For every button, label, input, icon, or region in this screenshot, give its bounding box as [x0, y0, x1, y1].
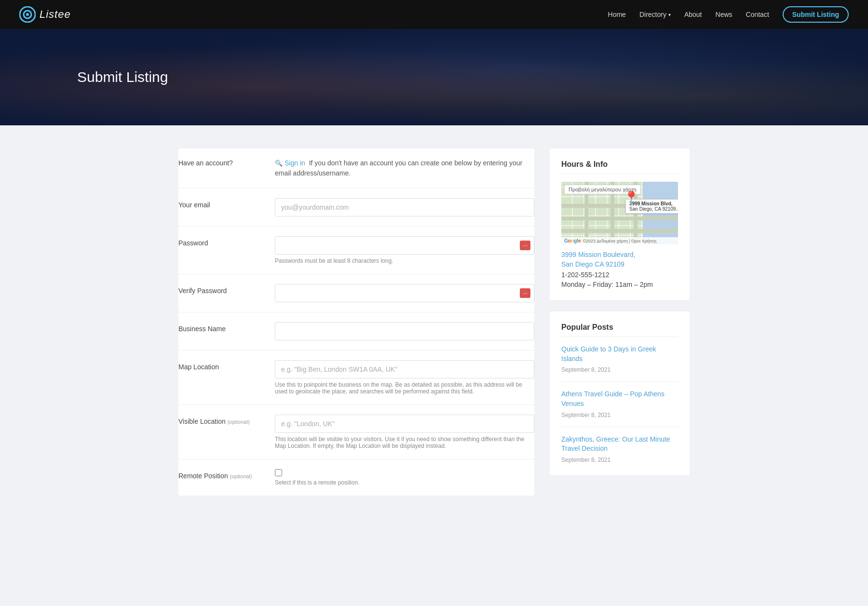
- email-label: Your email: [178, 198, 275, 216]
- map-location-hint: Use this to poinpoint the business on th…: [275, 381, 534, 395]
- brand-icon: [19, 6, 36, 23]
- password-row: Password ··· Passwords must be at least …: [178, 227, 534, 274]
- email-row: Your email: [178, 189, 534, 227]
- hero-section: Submit Listing: [0, 29, 868, 125]
- submit-listing-form: Have an account? 🔍 Sign in If you don't …: [178, 148, 534, 496]
- visible-location-row: Visible Location (optional) This locatio…: [178, 405, 534, 459]
- nav-home[interactable]: Home: [608, 11, 626, 18]
- remote-position-label: Remote Position (optional): [178, 469, 275, 486]
- remote-position-field-col: Select if this is a remote position.: [275, 469, 534, 486]
- business-name-label: Business Name: [178, 322, 275, 340]
- map-location-label: Map Location: [178, 360, 275, 395]
- page-title: Submit Listing: [77, 69, 168, 85]
- post-date-2: September 8, 2021: [561, 457, 610, 463]
- hours-text: Monday – Friday: 11am – 2pm: [561, 281, 678, 288]
- verify-password-toggle-button[interactable]: ···: [520, 288, 530, 298]
- hours-info-card: Hours & Info Προβολή μεγαλύτερου χάρτη 3…: [550, 148, 690, 300]
- popular-posts-title: Popular Posts: [561, 323, 678, 337]
- nav-directory[interactable]: Directory ▾: [639, 11, 671, 18]
- visible-location-hint: This location will be visible to your vi…: [275, 436, 534, 449]
- chevron-down-icon: ▾: [668, 12, 671, 17]
- hours-info-title: Hours & Info: [561, 160, 678, 174]
- post-date-0: September 8, 2021: [561, 366, 610, 373]
- map-marker-icon: 📍: [624, 190, 639, 205]
- business-name-row: Business Name: [178, 312, 534, 350]
- nav-contact[interactable]: Contact: [746, 11, 769, 18]
- visible-location-label: Visible Location (optional): [178, 415, 275, 449]
- post-date-1: September 8, 2021: [561, 412, 610, 418]
- post-item-2: Zakynthos, Greece: Our Last Minute Trave…: [561, 435, 678, 464]
- password-label: Password: [178, 236, 275, 264]
- map-location-field-col: Use this to poinpoint the business on th…: [275, 360, 534, 395]
- password-field-col: ··· Passwords must be at least 8 charact…: [275, 236, 534, 264]
- verify-password-input[interactable]: [275, 284, 534, 302]
- brand-name: Listee: [40, 8, 71, 21]
- map-location-row: Map Location Use this to poinpoint the b…: [178, 350, 534, 405]
- business-name-field-col: [275, 322, 534, 340]
- password-hint: Passwords must be at least 8 characters …: [275, 257, 534, 264]
- nav-menu: Home Directory ▾ About News Contact Subm…: [608, 6, 849, 23]
- post-link-0[interactable]: Quick Guide to 3 Days in Greek Islands: [561, 345, 678, 364]
- map-container: Προβολή μεγαλύτερου χάρτη 3999 Mission B…: [561, 182, 678, 244]
- remote-position-row: Remote Position (optional) Select if thi…: [178, 459, 534, 496]
- svg-point-2: [26, 13, 29, 16]
- verify-password-wrapper: ···: [275, 284, 534, 302]
- sidebar: Hours & Info Προβολή μεγαλύτερου χάρτη 3…: [550, 148, 690, 487]
- phone-text: 1-202-555-1212: [561, 271, 678, 279]
- nav-news[interactable]: News: [716, 11, 732, 18]
- email-field-col: [275, 198, 534, 216]
- verify-password-row: Verify Password ···: [178, 274, 534, 312]
- remote-position-hint: Select if this is a remote position.: [275, 479, 534, 486]
- nav-about[interactable]: About: [684, 11, 702, 18]
- post-link-1[interactable]: Athens Travel Guide – Pop Athens Venues: [561, 390, 678, 408]
- visible-location-input[interactable]: [275, 415, 534, 433]
- post-link-2[interactable]: Zakynthos, Greece: Our Last Minute Trave…: [561, 435, 678, 454]
- map-location-input[interactable]: [275, 360, 534, 378]
- business-name-input[interactable]: [275, 322, 534, 340]
- search-icon: 🔍: [275, 159, 283, 168]
- main-container: Have an account? 🔍 Sign in If you don't …: [169, 125, 699, 519]
- address-link[interactable]: 3999 Mission Boulevard, San Diego CA 921…: [561, 250, 678, 269]
- password-toggle-button[interactable]: ···: [520, 241, 530, 250]
- email-input[interactable]: [275, 198, 534, 216]
- map-road-horizontal-2: [561, 216, 678, 220]
- post-item-1: Athens Travel Guide – Pop Athens Venues …: [561, 390, 678, 427]
- map-footer: Google ©2023 Δεδομένα χάρτη | Όροι Χρήση…: [561, 237, 678, 244]
- brand-logo[interactable]: Listee: [19, 6, 71, 23]
- submit-listing-nav-button[interactable]: Submit Listing: [783, 6, 849, 23]
- popular-posts-card: Popular Posts Quick Guide to 3 Days in G…: [550, 311, 690, 475]
- remote-position-checkbox[interactable]: [275, 469, 282, 476]
- verify-password-label: Verify Password: [178, 284, 275, 302]
- google-logo: Google: [564, 238, 581, 243]
- password-input[interactable]: [275, 236, 534, 255]
- account-label: Have an account?: [178, 158, 275, 167]
- post-item-0: Quick Guide to 3 Days in Greek Islands S…: [561, 345, 678, 382]
- map-road-horizontal-3: [561, 229, 678, 233]
- sign-in-link[interactable]: 🔍 Sign in: [275, 158, 305, 168]
- visible-location-field-col: This location will be visible to your vi…: [275, 415, 534, 449]
- remote-position-checkbox-row: [275, 469, 534, 476]
- account-row: Have an account? 🔍 Sign in If you don't …: [178, 148, 534, 189]
- navbar: Listee Home Directory ▾ About News Conta…: [0, 0, 868, 29]
- password-wrapper: ···: [275, 236, 534, 255]
- verify-password-field-col: ···: [275, 284, 534, 302]
- account-field: 🔍 Sign in If you don't have an account y…: [275, 158, 534, 178]
